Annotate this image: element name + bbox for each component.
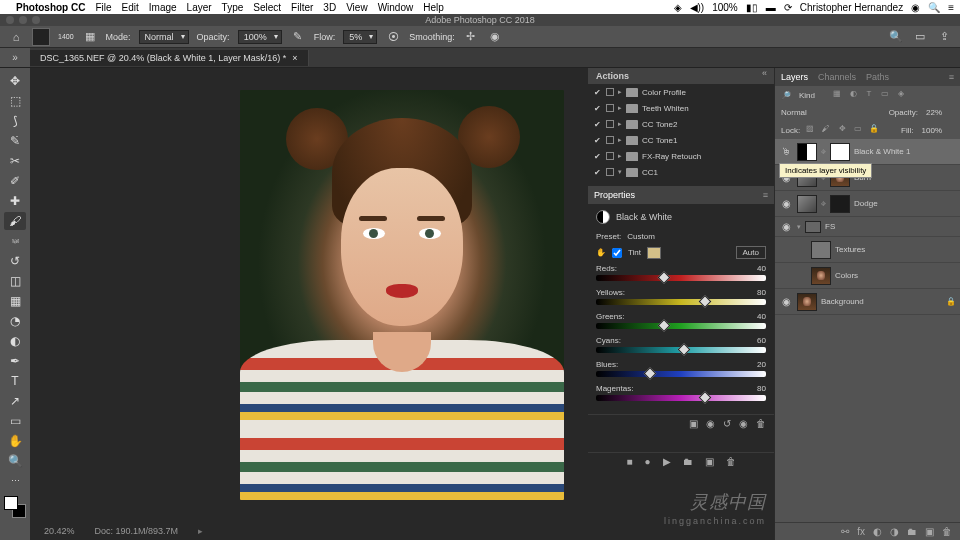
filter-type-icon[interactable]: T xyxy=(863,89,875,101)
brush-preset-icon[interactable]: ▦ xyxy=(82,29,98,45)
layer-row[interactable]: ◉ Background 🔒 xyxy=(775,289,960,315)
workspace-icon[interactable]: ▭ xyxy=(912,29,928,45)
foreground-background-colors[interactable] xyxy=(4,496,26,518)
menu-window[interactable]: Window xyxy=(378,2,414,13)
auto-button[interactable]: Auto xyxy=(736,246,766,259)
layer-fx-icon[interactable]: fx xyxy=(857,526,865,537)
document-canvas[interactable] xyxy=(240,90,564,500)
mask-thumb[interactable] xyxy=(830,143,850,161)
shape-tool[interactable]: ▭ xyxy=(4,412,26,430)
menu-3d[interactable]: 3D xyxy=(323,2,336,13)
layer-thumb[interactable] xyxy=(811,267,831,285)
channels-tab[interactable]: Channels xyxy=(818,72,856,82)
properties-panel-header[interactable]: Properties ≡ xyxy=(588,186,774,204)
siri-icon[interactable]: ◉ xyxy=(911,2,920,13)
marquee-tool[interactable]: ⬚ xyxy=(4,92,26,110)
action-row[interactable]: ✔▸Teeth Whiten xyxy=(588,100,774,116)
airbrush-icon[interactable]: ⦿ xyxy=(385,29,401,45)
opacity-input[interactable]: 100% xyxy=(238,30,282,44)
layer-row[interactable]: ◉ ⎆ Dodge xyxy=(775,191,960,217)
action-row[interactable]: ✔▸FX-Ray Retouch xyxy=(588,148,774,164)
lock-transparent-icon[interactable]: ▨ xyxy=(804,124,816,136)
layer-name[interactable]: Dodge xyxy=(854,199,878,208)
action-row[interactable]: ✔▸CC Tone2 xyxy=(588,116,774,132)
hand-tool[interactable]: ✋ xyxy=(4,432,26,450)
actions-panel-header[interactable]: Actions xyxy=(588,68,774,84)
gradient-tool[interactable]: ▦ xyxy=(4,292,26,310)
flow-input[interactable]: 5% xyxy=(343,30,377,44)
menu-type[interactable]: Type xyxy=(222,2,244,13)
yellows-slider[interactable]: Yellows:80 xyxy=(596,288,766,305)
document-tab[interactable]: DSC_1365.NEF @ 20.4% (Black & White 1, L… xyxy=(30,50,309,66)
record-icon[interactable]: ● xyxy=(645,456,651,467)
clip-icon[interactable]: ▣ xyxy=(689,418,698,429)
panel-menu-icon[interactable]: ≡ xyxy=(763,190,768,200)
delete-adjustment-icon[interactable]: 🗑 xyxy=(756,418,766,429)
adjustment-thumb[interactable] xyxy=(797,143,817,161)
magentas-slider[interactable]: Magentas:80 xyxy=(596,384,766,401)
doc-info[interactable]: Doc: 190.1M/893.7M xyxy=(95,526,179,536)
new-layer-icon[interactable]: ▣ xyxy=(925,526,934,537)
dodge-tool[interactable]: ◐ xyxy=(4,332,26,350)
minimize-window-button[interactable] xyxy=(19,16,27,24)
new-group-icon[interactable]: 🖿 xyxy=(907,526,917,537)
layer-thumb[interactable] xyxy=(797,293,817,311)
play-icon[interactable]: ▶ xyxy=(663,456,671,467)
layers-tab[interactable]: Layers xyxy=(781,72,808,82)
tint-checkbox[interactable] xyxy=(612,248,622,258)
toggle-visibility-icon[interactable]: ◉ xyxy=(739,418,748,429)
history-brush-tool[interactable]: ↺ xyxy=(4,252,26,270)
volume-icon[interactable]: ◀)) xyxy=(690,2,705,13)
action-row[interactable]: ✔▸Color Profile xyxy=(588,84,774,100)
layers-menu-icon[interactable]: ≡ xyxy=(949,72,954,82)
new-set-icon[interactable]: 🖿 xyxy=(683,456,693,467)
layer-name[interactable]: Background xyxy=(821,297,864,306)
delete-layer-icon[interactable]: 🗑 xyxy=(942,526,952,537)
pen-tool[interactable]: ✒ xyxy=(4,352,26,370)
user-name[interactable]: Christopher Hernandez xyxy=(800,2,903,13)
stamp-tool[interactable]: ⎃ xyxy=(4,232,26,250)
layer-row[interactable]: Colors xyxy=(775,263,960,289)
lock-all-icon[interactable]: 🔒 xyxy=(868,124,880,136)
link-layers-icon[interactable]: ⚯ xyxy=(841,526,849,537)
action-row[interactable]: ✔▾CC1 xyxy=(588,164,774,180)
healing-tool[interactable]: ✚ xyxy=(4,192,26,210)
mask-thumb[interactable] xyxy=(830,195,850,213)
app-name[interactable]: Photoshop CC xyxy=(16,2,85,13)
lasso-tool[interactable]: ⟆ xyxy=(4,112,26,130)
new-fill-icon[interactable]: ◑ xyxy=(890,526,899,537)
zoom-tool[interactable]: 🔍 xyxy=(4,452,26,470)
mode-select[interactable]: Normal xyxy=(139,30,189,44)
menu-edit[interactable]: Edit xyxy=(122,2,139,13)
path-tool[interactable]: ↗ xyxy=(4,392,26,410)
blend-mode-select[interactable]: Normal xyxy=(781,108,885,117)
battery-icon[interactable]: ▮▯ xyxy=(746,2,758,13)
zoom-level[interactable]: 20.42% xyxy=(44,526,75,536)
stop-icon[interactable]: ■ xyxy=(626,456,632,467)
blues-slider[interactable]: Blues:20 xyxy=(596,360,766,377)
quick-select-tool[interactable]: ✎̇ xyxy=(4,132,26,150)
visibility-toggle[interactable]: ◉ xyxy=(779,221,793,232)
close-window-button[interactable] xyxy=(6,16,14,24)
menu-file[interactable]: File xyxy=(95,2,111,13)
spotlight-icon[interactable]: 🔍 xyxy=(928,2,940,13)
filter-icon[interactable]: 🔎 xyxy=(781,91,791,100)
pressure-size-icon[interactable]: ◉ xyxy=(487,29,503,45)
zoom-window-button[interactable] xyxy=(32,16,40,24)
adjustment-thumb[interactable] xyxy=(797,195,817,213)
actions-collapse-icon[interactable]: « xyxy=(762,68,774,78)
menu-help[interactable]: Help xyxy=(423,2,444,13)
layer-thumb[interactable] xyxy=(811,241,831,259)
tint-color-swatch[interactable] xyxy=(647,247,661,259)
lock-pixels-icon[interactable]: 🖌 xyxy=(820,124,832,136)
close-tab-icon[interactable]: × xyxy=(292,53,297,63)
filter-kind-select[interactable]: Kind xyxy=(795,90,827,101)
brush-tool[interactable]: 🖌 xyxy=(4,212,26,230)
edit-toolbar-icon[interactable]: ⋯ xyxy=(4,472,26,490)
menu-layer[interactable]: Layer xyxy=(187,2,212,13)
lock-position-icon[interactable]: ✥ xyxy=(836,124,848,136)
visibility-toggle[interactable]: ◉ xyxy=(779,198,793,209)
filter-pixel-icon[interactable]: ▦ xyxy=(831,89,843,101)
menu-view[interactable]: View xyxy=(346,2,368,13)
layer-row[interactable]: Textures xyxy=(775,237,960,263)
